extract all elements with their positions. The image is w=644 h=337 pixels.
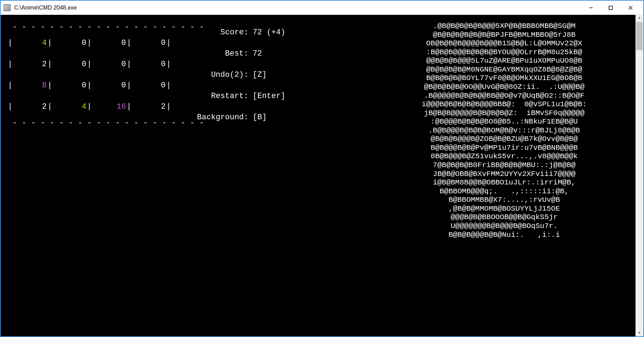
board-cell: 16: [91, 102, 127, 113]
cell-separator: |: [127, 59, 131, 70]
score-label: Score:: [185, 27, 248, 38]
board-row: |4|0|0|0|: [8, 33, 185, 54]
cell-separator: |: [87, 38, 91, 49]
app-icon: [4, 4, 11, 11]
best-value: 72: [253, 48, 262, 59]
undo-key: [Z]: [253, 70, 267, 81]
background-label: Background:: [185, 112, 248, 123]
board-cell: 0: [91, 80, 127, 91]
ascii-line: @B@B@B@B@OO@@UvG@B@8OZ:ii. .:U@@@B@: [376, 83, 633, 92]
console-area[interactable]: - - - - - - - - - - - - - - - - - - - - …: [1, 15, 643, 336]
ascii-line: i@@@B@B@B@B@B@@@BBB@: 0@vSPL1u1@B@B:: [376, 100, 633, 109]
ascii-line: B@B@B@@@B@B@Nui:. ,i:.i: [376, 231, 633, 240]
ascii-line: jB@B@B@@@@@B@B@B@B@Z: iBMvSF0q@@@@@: [376, 109, 633, 118]
ascii-line: @B@B@B@B@B@B@BPJFB@BMLMBBO@5rJ8B: [376, 31, 633, 40]
best-label: Best:: [185, 48, 248, 59]
board-row: |2|0|0|0|: [8, 54, 185, 75]
board-cell: 2: [12, 59, 47, 70]
cell-separator: |: [87, 59, 91, 70]
background-key: [B]: [253, 112, 267, 123]
score-row: Score: 72 (+4): [185, 22, 376, 43]
ascii-line: B@BBOMMBB@X7:....,:rvUv@B: [376, 196, 633, 205]
ascii-line: OB@B@B@B@@@@B@@@B1S@B@L:L@OMMUv22@X: [376, 39, 633, 48]
ascii-art-panel: .@B@B@B@B@B@@@5XP@B@BBBOMBB@SG@M@B@B@B@B…: [376, 22, 643, 336]
ascii-line: @@B@B@B@@@5L7uZ@ARE@BPu1uXOMPuUO8@B: [376, 57, 633, 65]
window-titlebar: C:\Anime\CMD 2048.exe: [1, 1, 643, 15]
ascii-line: .B@B@@@B@B@B@BOM@B@v:::r@BJLj8@B@B: [376, 126, 633, 135]
window-controls: [581, 1, 640, 15]
ascii-line: JB@B@OBB@BXvFMM2UYYv2XFviii7@@@@: [376, 170, 633, 179]
cell-separator: |: [166, 59, 171, 70]
cell-separator: |: [127, 102, 131, 113]
cell-separator: |: [8, 59, 12, 70]
scroll-up-arrow[interactable]: ▲: [636, 15, 643, 21]
best-row: Best: 72: [185, 43, 376, 64]
ascii-line: B@B@@@B@B@Pv@MP1u7ir:u7vB@BNB@@@B: [376, 144, 633, 153]
cell-separator: |: [47, 102, 52, 113]
cell-separator: |: [47, 80, 52, 91]
board-cell: 2: [131, 102, 166, 113]
ascii-line: 7@B@B@B@B0FriBB@B@B@MBU:.:j@B@B@: [376, 161, 633, 170]
cell-separator: |: [8, 80, 12, 91]
board-cell: 0: [131, 59, 166, 70]
cell-separator: |: [8, 38, 12, 49]
board-cell: 0: [52, 80, 87, 91]
cell-separator: |: [127, 80, 131, 91]
ascii-line: @B@B@B@B@M0NGNE@GAYBMXqqOZ8B@8@Z@B@: [376, 65, 633, 74]
board-cell: 4: [52, 102, 87, 113]
board-cell: 0: [52, 59, 87, 70]
ascii-line: .B@@@@@B@B@B@@BB@@O@v7@UqB@O2::B@O@F: [376, 92, 633, 101]
minimize-button[interactable]: [581, 1, 601, 15]
restart-key: [Enter]: [253, 91, 285, 102]
board-cell: 0: [91, 59, 127, 70]
cell-separator: |: [127, 38, 131, 49]
ascii-line: @@@B@B@BBOOOB@@B@GqkS5jr: [376, 213, 633, 222]
svg-rect-1: [609, 6, 613, 10]
restart-label: Restart:: [185, 91, 248, 102]
game-info: Score: 72 (+4) Best: 72 Undo(2): [Z] Res…: [185, 22, 376, 336]
ascii-line: .@B@B@B@B@B@@@5XP@B@BBBOMBB@SG@M: [376, 22, 633, 31]
cell-separator: |: [166, 38, 171, 49]
cell-separator: |: [166, 80, 171, 91]
board-cell: 0: [131, 38, 166, 49]
board-cell: 0: [52, 38, 87, 49]
board-row: |8|0|0|0|: [8, 75, 185, 97]
ascii-line: B@BBOMB@@@q;. .,:::::ii:@B,: [376, 187, 633, 196]
cell-separator: |: [87, 102, 91, 113]
cell-separator: |: [47, 38, 52, 49]
undo-row: Undo(2): [Z]: [185, 64, 376, 86]
scroll-down-arrow[interactable]: ▼: [636, 330, 643, 336]
ascii-line: B@B@B@B@BOYL77vF0@B@OMkXXU1EG@BOB@B: [376, 74, 633, 83]
game-board: - - - - - - - - - - - - - - - - - - - - …: [8, 22, 185, 336]
window-title: C:\Anime\CMD 2048.exe: [14, 5, 581, 11]
cell-separator: |: [87, 80, 91, 91]
maximize-button[interactable]: [601, 1, 621, 15]
restart-row: Restart: [Enter]: [185, 86, 376, 107]
ascii-line: U@@@@@@@B@B@@@B@BOqSu7r.: [376, 222, 633, 231]
scroll-thumb[interactable]: [636, 22, 643, 50]
cell-separator: |: [47, 59, 52, 70]
ascii-line: i@B@BM8B@@B@OBBO1uJLr:.:irriM@B,: [376, 178, 633, 187]
close-button[interactable]: [621, 1, 640, 15]
ascii-line: @B@B@B@@@B@ZOB@B@BZU@B7k@Ovv@B@B@: [376, 135, 633, 144]
ascii-line: :@B@@@B@B@B@BO8@B5..:NBkuF1EB@B@U: [376, 118, 633, 126]
board-cell: 2: [12, 102, 47, 113]
cell-separator: |: [166, 102, 171, 113]
ascii-line: :B@B@B@@@B@B@B@BYOU@@OLrrB@M8u25kB@: [376, 48, 633, 57]
vertical-scrollbar[interactable]: ▲ ▼: [636, 15, 643, 336]
background-row: Background: [B]: [185, 107, 376, 128]
ascii-line: ,@B@B@MMOMB@BOSUYYLjJ15OE: [376, 205, 633, 213]
board-cell: 0: [91, 38, 127, 49]
board-cell: 8: [12, 80, 47, 91]
board-cell: 0: [131, 80, 166, 91]
cell-separator: |: [8, 102, 12, 113]
board-divider-bottom: - - - - - - - - - - - - - - - - - - - - …: [8, 118, 185, 129]
board-divider-top: - - - - - - - - - - - - - - - - - - - - …: [8, 22, 185, 33]
ascii-line: 0B@B@@@B@Z51vukS5vr...,.v8@@@B@@k: [376, 152, 633, 161]
undo-label: Undo(2):: [185, 70, 248, 81]
board-cell: 4: [12, 38, 47, 49]
score-value: 72 (+4): [253, 27, 285, 38]
board-row: |2|4|16|2|: [8, 97, 185, 118]
